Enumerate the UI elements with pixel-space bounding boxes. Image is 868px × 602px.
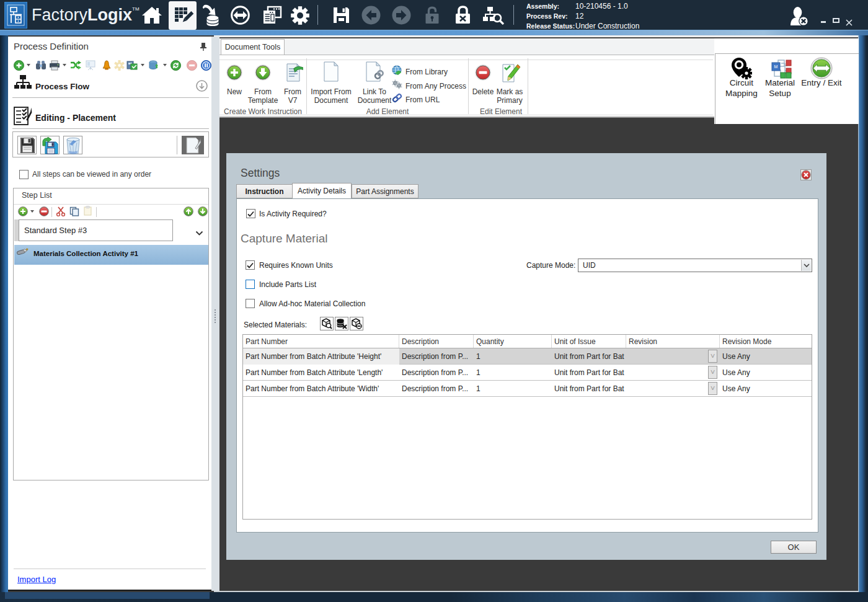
svg-text:M: M	[774, 64, 778, 69]
